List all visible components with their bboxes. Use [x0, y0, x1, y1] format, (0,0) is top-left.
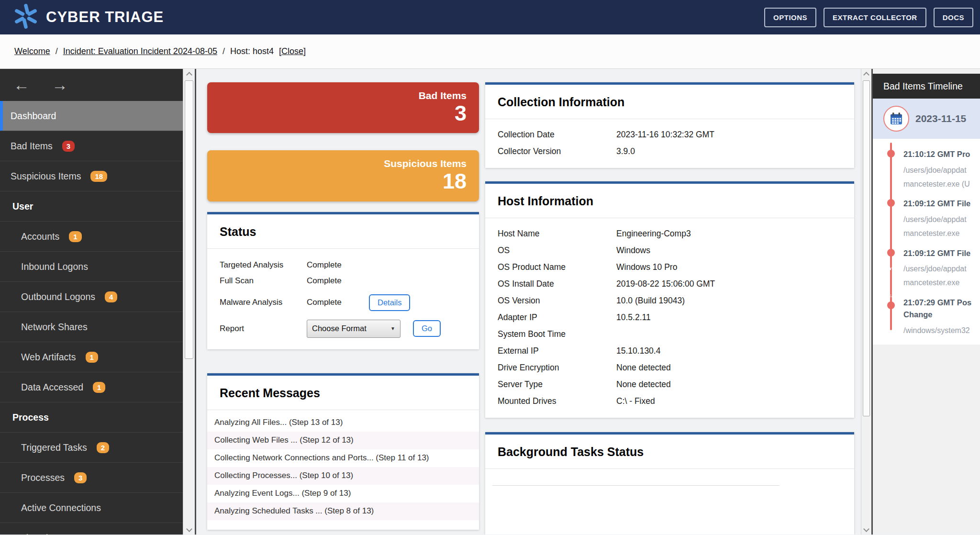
recent-messages-list: Analyzing All Files... (Step 13 of 13) C…: [207, 414, 479, 520]
info-label: Host Name: [498, 229, 616, 239]
status-row-label: Targeted Analysis: [220, 260, 307, 270]
sidebar-item-outbound-logons[interactable]: Outbound Logons4: [0, 281, 183, 312]
main-scrollbar-thumb[interactable]: [863, 80, 870, 416]
count-badge: 1: [86, 352, 98, 363]
info-value: None detected: [616, 363, 671, 373]
cyber-triage-logo-icon: [12, 3, 39, 32]
background-tasks-status-title: Background Tasks Status: [485, 435, 854, 468]
info-row-os-product-name: OS Product NameWindows 10 Pro: [485, 262, 854, 272]
breadcrumb-incident-link[interactable]: Incident: Evaluation Incident 2024-08-05: [63, 46, 217, 56]
status-title: Status: [207, 214, 479, 248]
info-label: Adapter IP: [498, 312, 616, 323]
report-go-button[interactable]: Go: [413, 320, 441, 337]
sidebar-item-processes[interactable]: Processes3: [0, 462, 183, 492]
sidebar-item-label: Data Accessed: [21, 382, 83, 393]
info-label: Collector Version: [498, 146, 616, 156]
breadcrumb-welcome-link[interactable]: Welcome: [14, 46, 50, 56]
background-tasks-status-card: Background Tasks Status: [485, 432, 854, 535]
sidebar-item-triggered-tasks[interactable]: Triggered Tasks2: [0, 432, 183, 462]
timeline-dot-icon: [887, 199, 895, 207]
scroll-down-icon[interactable]: [183, 525, 195, 535]
bad-items-summary-card[interactable]: Bad Items 3: [207, 82, 479, 133]
sidebar-scrollbar-thumb[interactable]: [185, 80, 193, 359]
extract-collector-button[interactable]: EXTRACT COLLECTOR: [824, 8, 926, 27]
divider: [207, 410, 479, 410]
timeline-date-row: 2023-11-15: [873, 99, 980, 139]
info-label: External IP: [498, 346, 616, 356]
timeline-entry-time: 21:09:12 GMT File: [903, 247, 980, 259]
recent-messages-card: Recent Messages Analyzing All Files... (…: [207, 373, 479, 530]
docs-button[interactable]: DOCS: [934, 8, 973, 27]
sidebar-scrollbar[interactable]: [183, 69, 195, 535]
suspicious-items-card-label: Suspicious Items: [220, 158, 467, 169]
timeline-entry[interactable]: 21:07:29 GMT Pos Change /windows/system3…: [903, 297, 980, 337]
status-row-label: Full Scan: [220, 276, 307, 286]
options-button[interactable]: OPTIONS: [764, 8, 816, 27]
status-row-full-scan: Full Scan Complete: [220, 276, 467, 286]
timeline-dot-icon: [887, 301, 895, 309]
sidebar-item-active-connections[interactable]: Active Connections: [0, 492, 183, 523]
breadcrumb-close-link[interactable]: [Close]: [279, 46, 306, 56]
sidebar-item-label: Listening Ports: [21, 533, 83, 535]
host-information-card: Host Information Host NameEngineering-Co…: [485, 181, 854, 418]
status-row-report: Report Choose Format ▼ Go: [220, 320, 467, 338]
sidebar-item-network-shares[interactable]: Network Shares: [0, 312, 183, 342]
count-badge: 4: [105, 291, 117, 302]
sidebar-item-label: Bad Items: [11, 141, 53, 152]
timeline-date: 2023-11-15: [915, 113, 966, 124]
scroll-up-icon[interactable]: [861, 69, 871, 78]
nav-arrows: ← →: [0, 69, 183, 100]
sidebar-section-label: User: [12, 201, 33, 212]
main-scrollbar[interactable]: [861, 69, 871, 535]
sidebar-item-suspicious-items[interactable]: Suspicious Items18: [0, 161, 183, 191]
sidebar-item-accounts[interactable]: Accounts1: [0, 221, 183, 251]
info-row-system-boot-time: System Boot Time: [485, 329, 854, 339]
sidebar-item-web-artifacts[interactable]: Web Artifacts1: [0, 342, 183, 372]
scroll-up-icon[interactable]: [183, 69, 195, 78]
sidebar-item-dashboard[interactable]: Dashboard: [0, 100, 183, 131]
sidebar-section-user: User: [0, 191, 183, 221]
sidebar-item-listening-ports[interactable]: Listening Ports: [0, 523, 183, 535]
sidebar-item-label: Web Artifacts: [21, 352, 76, 363]
timeline-entry-path: mancetester.exe (U: [903, 178, 980, 191]
timeline-entry[interactable]: 21:09:12 GMT File /users/jdoe/appdat man…: [903, 198, 980, 240]
forward-arrow-icon[interactable]: →: [52, 77, 68, 93]
sidebar-item-bad-items[interactable]: Bad Items3: [0, 131, 183, 161]
info-label: Collection Date: [498, 130, 616, 140]
report-format-select[interactable]: Choose Format ▼: [307, 320, 401, 338]
info-label: OS: [498, 245, 616, 256]
sidebar-item-label: Suspicious Items: [11, 171, 81, 182]
message-row: Collecting Web Files ... (Step 12 of 13): [207, 432, 479, 449]
message-row: Collecting Network Connections and Ports…: [207, 449, 479, 467]
timeline-entry[interactable]: 21:10:12 GMT Pro /users/jdoe/appdat manc…: [903, 148, 980, 191]
timeline-entry-time2: Change: [903, 309, 980, 321]
timeline-entry[interactable]: 21:09:12 GMT File /users/jdoe/appdat man…: [903, 247, 980, 290]
details-button[interactable]: Details: [369, 294, 410, 311]
breadcrumb-host-label: Host: host4: [230, 46, 274, 56]
count-badge: 1: [93, 382, 105, 393]
status-card: Status Targeted Analysis Complete Full S…: [207, 212, 479, 349]
suspicious-items-card-count: 18: [220, 169, 467, 193]
info-value: Windows: [616, 245, 650, 256]
info-value: 3.9.0: [616, 146, 635, 156]
sidebar-item-inbound-logons[interactable]: Inbound Logons: [0, 251, 183, 281]
message-row: Analyzing All Files... (Step 13 of 13): [207, 414, 479, 432]
scroll-down-icon[interactable]: [861, 525, 871, 535]
collection-information-card: Collection Information Collection Date 2…: [485, 82, 854, 168]
info-label: Mounted Drives: [498, 396, 616, 406]
app-title: CYBER TRIAGE: [46, 9, 164, 26]
sidebar-item-label: Network Shares: [21, 322, 88, 333]
timeline-line-dashed: [890, 268, 892, 297]
info-label: OS Install Date: [498, 279, 616, 289]
breadcrumb-separator: /: [56, 46, 58, 56]
timeline-header: Bad Items Timeline: [873, 74, 980, 99]
sidebar: ← → Dashboard Bad Items3 Suspicious Item…: [0, 69, 183, 535]
status-row-value: Complete: [307, 260, 369, 270]
breadcrumb: Welcome / Incident: Evaluation Incident …: [0, 34, 980, 69]
sidebar-item-data-accessed[interactable]: Data Accessed1: [0, 372, 183, 402]
sidebar-item-label: Inbound Logons: [21, 261, 88, 272]
sidebar-section-label: Process: [12, 412, 49, 423]
suspicious-items-summary-card[interactable]: Suspicious Items 18: [207, 150, 479, 201]
back-arrow-icon[interactable]: ←: [13, 77, 30, 93]
info-label: Server Type: [498, 379, 616, 390]
